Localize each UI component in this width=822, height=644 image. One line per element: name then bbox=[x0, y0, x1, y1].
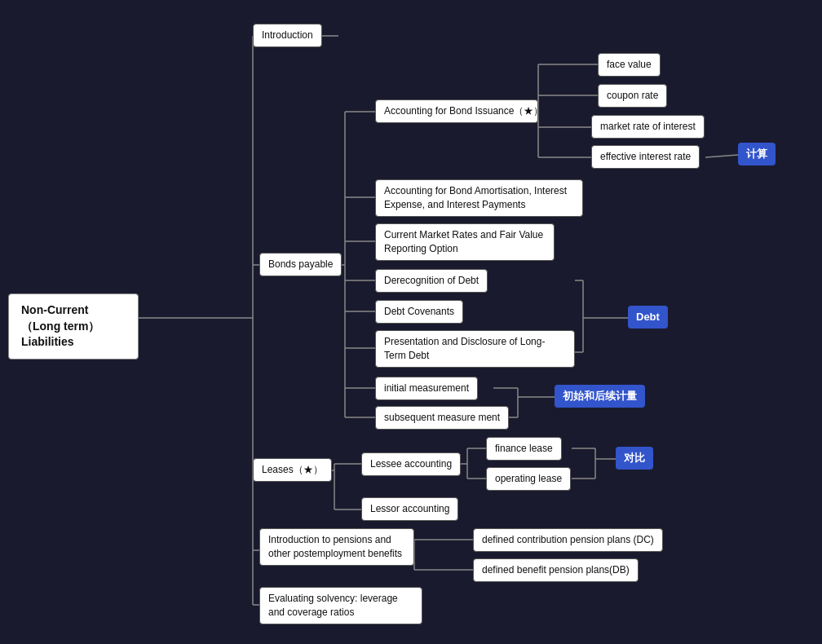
debt-badge: Debt bbox=[628, 306, 668, 329]
solvency-node: Evaluating solvency: leverage and covera… bbox=[259, 587, 422, 624]
face-value-node: face value bbox=[598, 53, 661, 77]
lessor-accounting-node: Lessor accounting bbox=[361, 497, 458, 521]
mind-map-canvas: Non-Current（Long term）Liabilities Introd… bbox=[0, 0, 822, 644]
defined-contribution-node: defined contribution pension plans (DC) bbox=[473, 528, 663, 552]
derecognition-node: Derecognition of Debt bbox=[375, 269, 488, 293]
initial-measurement-node: initial measurement bbox=[375, 377, 478, 400]
current-market-node: Current Market Rates and Fair Value Repo… bbox=[375, 223, 555, 261]
root-node: Non-Current（Long term）Liabilities bbox=[8, 293, 139, 359]
subsequent-measurement-node: subsequent measure ment bbox=[375, 406, 509, 430]
coupon-rate-node: coupon rate bbox=[598, 84, 667, 108]
leases-node: Leases（★） bbox=[253, 458, 332, 482]
finance-lease-node: finance lease bbox=[486, 437, 562, 461]
defined-benefit-node: defined benefit pension plans(DB) bbox=[473, 558, 639, 582]
operating-lease-node: operating lease bbox=[486, 467, 571, 491]
introduction-node: Introduction bbox=[253, 24, 322, 47]
bond-issuance-node: Accounting for Bond Issuance（★） bbox=[375, 99, 538, 123]
compare-badge: 对比 bbox=[616, 447, 653, 470]
initial-badge: 初始和后续计量 bbox=[555, 385, 645, 408]
calc-badge: 计算 bbox=[738, 143, 776, 165]
pensions-node: Introduction to pensions and other poste… bbox=[259, 528, 414, 566]
market-rate-node: market rate of interest bbox=[591, 115, 705, 139]
bond-amortisation-node: Accounting for Bond Amortisation, Intere… bbox=[375, 179, 583, 217]
debt-covenants-node: Debt Covenants bbox=[375, 300, 463, 324]
lessee-accounting-node: Lessee accounting bbox=[361, 452, 461, 476]
effective-rate-node: effective interest rate bbox=[591, 145, 700, 169]
bonds-payable-node: Bonds payable bbox=[259, 253, 342, 276]
svg-line-21 bbox=[705, 155, 738, 157]
presentation-node: Presentation and Disclosure of Long-Term… bbox=[375, 330, 575, 368]
